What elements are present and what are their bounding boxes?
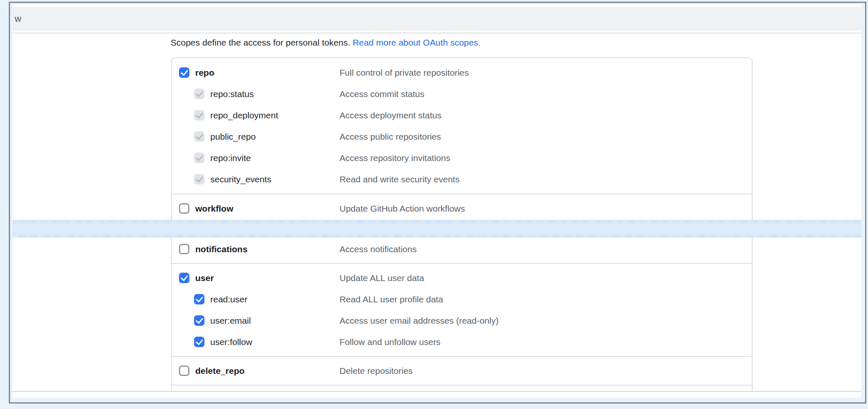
scope-description: Access deployment status [340,110,442,120]
scope-description: Update ALL user data [340,273,424,283]
checkbox-workflow[interactable] [179,203,189,214]
intro-text: Scopes define the access for personal to… [171,38,352,47]
scope-description: Follow and unfollow users [340,337,441,347]
scope-description: Access user email addresses (read-only) [340,316,498,326]
checkbox-repo-invite[interactable] [194,153,204,163]
scope-label: user:email [210,316,251,326]
scope-row-user-email: user:email Access user email addresses (… [172,310,752,331]
checkbox-user-email[interactable] [194,315,204,326]
scope-description: Delete repositories [340,366,413,376]
scope-description: Access public repositories [340,132,441,142]
header-divider [13,33,861,33]
scope-label: repo:invite [210,153,251,163]
scope-description: Update GitHub Action workflows [340,204,465,214]
scope-label: user:follow [210,337,252,347]
checkbox-read-user[interactable] [194,294,204,304]
checkbox-repo-status[interactable] [194,89,204,99]
screenshot-frame: w Scopes define the access for personal … [9,2,866,404]
scope-label: user [195,273,214,283]
scope-row-security-events: security_events Read and write security … [172,169,752,190]
scope-row-user-follow: user:follow Follow and unfollow users [172,331,752,353]
scope-group-repo: repo Full control of private repositorie… [172,58,752,194]
scope-group-delete-repo: delete_repo Delete repositories [172,356,752,385]
next-group-divider [172,385,752,391]
scope-label: public_repo [210,132,256,142]
header-bar-text: w [13,7,21,31]
torn-edge-decoration [13,220,861,238]
scope-description: Access repository invitations [340,153,450,163]
scope-description: Read ALL user profile data [340,294,443,304]
scope-row-repo-status: repo:status Access commit status [172,83,752,105]
scope-row-workflow: workflow Update GitHub Action workflows [172,198,752,219]
scope-row-repo: repo Full control of private repositorie… [172,62,752,83]
scope-row-delete-repo: delete_repo Delete repositories [172,360,752,381]
checkbox-repo[interactable] [179,67,189,78]
scope-row-notifications: notifications Access notifications [172,238,752,260]
scope-label: repo [195,68,214,78]
scopes-intro: Scopes define the access for personal to… [171,36,480,49]
scope-description: Read and write security events [340,174,460,184]
scope-label: security_events [210,174,271,184]
scope-label: read:user [210,294,248,304]
scope-group-user: user Update ALL user data read:user Read… [172,263,752,356]
scope-description: Full control of private repositories [340,68,469,78]
scope-description: Access commit status [340,89,424,99]
scope-label: repo_deployment [210,110,278,120]
checkbox-public-repo[interactable] [194,131,204,142]
scope-label: workflow [195,204,233,214]
scope-row-repo-invite: repo:invite Access repository invitation… [172,147,752,169]
scope-label: repo:status [210,89,254,99]
checkbox-notifications[interactable] [179,244,189,254]
scope-row-repo-deployment: repo_deployment Access deployment status [172,105,752,126]
header-bar[interactable]: w [13,7,861,31]
oauth-scopes-link[interactable]: Read more about OAuth scopes. [352,38,480,47]
checkbox-delete-repo[interactable] [179,366,189,376]
scope-row-user: user Update ALL user data [172,267,752,289]
screenshot-bottom-edge [13,391,861,392]
scope-description: Access notifications [340,244,416,254]
checkbox-repo-deployment[interactable] [194,110,204,120]
scope-row-read-user: read:user Read ALL user profile data [172,289,752,310]
checkbox-security-events[interactable] [194,174,204,184]
scope-row-public-repo: public_repo Access public repositories [172,126,752,147]
scope-label: notifications [195,244,248,254]
scope-label: delete_repo [195,366,245,376]
checkbox-user-follow[interactable] [194,337,204,347]
checkbox-user[interactable] [179,273,189,283]
page-screenshot: w Scopes define the access for personal … [13,4,861,398]
